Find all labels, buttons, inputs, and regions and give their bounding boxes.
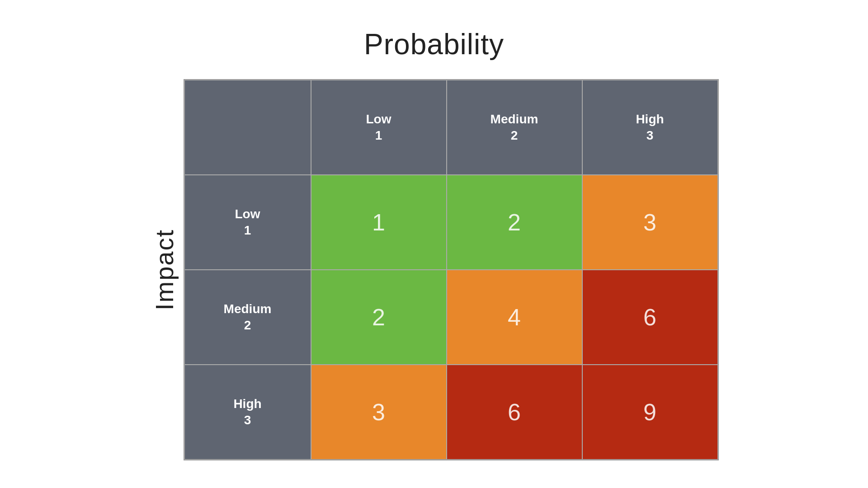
cell-high-medium: 6 — [447, 365, 582, 460]
row-label-high-text: High — [233, 396, 261, 412]
cell-medium-medium-value: 4 — [508, 304, 521, 331]
header-col-high-label: High — [636, 111, 664, 127]
header-col-medium-value: 2 — [511, 127, 518, 144]
cell-medium-low-value: 2 — [372, 304, 385, 331]
header-col-low-label: Low — [366, 111, 392, 127]
header-col-low: Low 1 — [311, 80, 447, 175]
header-col-medium-label: Medium — [491, 111, 538, 127]
header-col-high: High 3 — [582, 80, 718, 175]
cell-medium-high-value: 6 — [643, 304, 656, 331]
row-label-medium-value: 2 — [244, 317, 251, 333]
cell-low-medium-value: 2 — [508, 209, 521, 236]
cell-high-low: 3 — [311, 365, 447, 460]
corner-cell — [184, 80, 311, 175]
cell-low-low-value: 1 — [372, 209, 385, 236]
row-label-low-value: 1 — [244, 222, 251, 239]
page-title: Probability — [364, 28, 504, 61]
cell-high-high: 9 — [582, 365, 718, 460]
matrix-wrapper: Impact Low 1 Medium 2 High 3 Low 1 1 2 3 — [150, 79, 719, 460]
row-label-low: Low 1 — [184, 175, 311, 270]
row-label-medium-text: Medium — [224, 301, 272, 317]
header-col-low-value: 1 — [375, 127, 382, 144]
header-col-medium: Medium 2 — [447, 80, 582, 175]
cell-medium-high: 6 — [582, 270, 718, 365]
cell-low-high: 3 — [582, 175, 718, 270]
row-label-low-text: Low — [235, 206, 260, 222]
y-axis-label: Impact — [150, 229, 179, 310]
row-label-high: High 3 — [184, 365, 311, 460]
cell-low-high-value: 3 — [643, 209, 656, 236]
cell-high-low-value: 3 — [372, 399, 385, 426]
cell-low-medium: 2 — [447, 175, 582, 270]
cell-high-high-value: 9 — [643, 399, 656, 426]
cell-medium-medium: 4 — [447, 270, 582, 365]
row-label-high-value: 3 — [244, 412, 251, 428]
cell-low-low: 1 — [311, 175, 447, 270]
cell-high-medium-value: 6 — [508, 399, 521, 426]
header-col-high-value: 3 — [646, 127, 654, 144]
cell-medium-low: 2 — [311, 270, 447, 365]
row-label-medium: Medium 2 — [184, 270, 311, 365]
risk-matrix: Low 1 Medium 2 High 3 Low 1 1 2 3 Medium… — [184, 79, 719, 460]
